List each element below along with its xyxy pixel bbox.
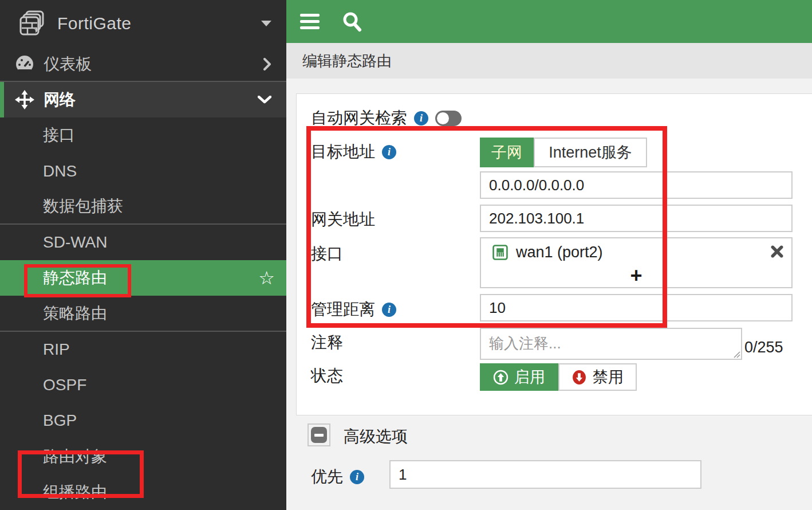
destination-label-row: 目标地址 [311,141,396,163]
favorite-star-icon[interactable] [258,269,275,287]
sidebar-item-policy-routes[interactable]: 策略路由 [0,296,286,331]
status-enable-label: 启用 [514,367,545,387]
status-segmented: 启用 禁用 [480,363,637,391]
menu-icon[interactable] [300,14,320,29]
brand-title: FortiGate [57,14,132,33]
fortigate-logo-icon [19,10,49,37]
sidebar-item-sdwan[interactable]: SD-WAN [0,225,286,260]
sidebar-item-label: OSPF [43,376,86,394]
info-icon[interactable] [350,470,364,484]
page-title-bar: 编辑静态路由 [286,43,812,79]
sidebar-item-static-routes[interactable]: 静态路由 [0,260,286,296]
sidebar-item-route-objects[interactable]: 路由对象 [0,438,286,474]
interface-value: wan1 (port2) [516,244,603,261]
gauge-icon [15,54,34,74]
main-area: 编辑静态路由 自动网关检索 目标地址 子网 Internet服务 网关地址 接口 [286,0,812,510]
gateway-label: 网关地址 [311,209,375,230]
auto-gateway-toggle[interactable] [435,111,462,126]
remove-interface-icon[interactable] [771,245,783,258]
sidebar-item-bgp[interactable]: BGP [0,403,286,438]
sidebar-item-label: 路由对象 [43,446,107,468]
comments-textarea[interactable] [480,328,742,360]
sidebar-item-label: 静态路由 [43,267,107,289]
circle-arrow-up-icon [493,370,509,385]
sidebar-item-ospf[interactable]: OSPF [0,367,286,403]
toggle-knob [437,112,449,124]
sidebar-item-label: 策略路由 [43,303,107,324]
search-icon[interactable] [341,11,363,33]
status-label: 状态 [311,365,343,387]
destination-subnet-input[interactable] [480,171,793,199]
admin-distance-label: 管理距离 [311,299,375,320]
sidebar-item-multicast-routes[interactable]: 组播路由 [0,474,286,510]
status-disable-label: 禁用 [593,367,624,387]
sidebar-item-label: 组播路由 [43,481,107,503]
minus-icon [311,427,327,443]
status-enable-button[interactable]: 启用 [480,363,558,391]
chevron-down-icon [258,96,271,104]
sidebar-item-label: 接口 [43,124,75,146]
interface-label: 接口 [311,243,343,265]
destination-type-segmented: 子网 Internet服务 [480,138,647,167]
sidebar-item-label: 数据包捕获 [43,195,123,217]
sidebar-item-label: 仪表板 [44,53,92,75]
priority-input[interactable] [389,460,701,489]
sidebar-item-network[interactable]: 网络 [0,82,286,117]
advanced-options-collapse-button[interactable] [308,423,330,446]
destination-type-subnet-button[interactable]: 子网 [480,138,534,167]
move-arrows-icon [15,90,34,109]
sidebar-item-label: 网络 [44,89,76,111]
info-icon[interactable] [414,111,428,125]
advanced-options-label: 高级选项 [344,426,408,448]
sidebar-item-rip[interactable]: RIP [0,332,286,367]
interface-select[interactable]: wan1 (port2) [480,237,793,288]
destination-label: 目标地址 [311,141,375,163]
sidebar-item-dashboard[interactable]: 仪表板 [0,47,286,83]
add-interface-button[interactable] [481,264,791,287]
status-disable-button[interactable]: 禁用 [558,363,637,391]
info-icon[interactable] [382,145,396,159]
sidebar-item-dns[interactable]: DNS [0,153,286,189]
chevron-down-icon [261,21,271,26]
admin-distance-label-row: 管理距离 [311,299,396,320]
auto-gateway-row: 自动网关检索 [311,107,462,129]
sidebar-item-packet-capture[interactable]: 数据包捕获 [0,189,286,225]
sidebar-item-interfaces[interactable]: 接口 [0,117,286,153]
page-title: 编辑静态路由 [302,51,392,71]
comments-field [480,328,742,360]
comments-label: 注释 [311,332,343,354]
comments-label-row: 注释 [311,332,343,354]
fortigate-app-window: FortiGate 仪表板 [0,0,812,510]
auto-gateway-label: 自动网关检索 [311,107,407,129]
interface-label-row: 接口 [311,243,343,265]
info-icon[interactable] [382,303,396,317]
top-navbar [286,0,812,43]
brand-selector[interactable]: FortiGate [0,0,286,47]
circle-arrow-down-icon [571,370,587,385]
priority-label-row: 优先 [311,466,364,488]
ethernet-port-icon [492,245,508,260]
sidebar-item-label: DNS [43,162,77,181]
priority-label: 优先 [311,466,343,488]
status-label-row: 状态 [311,365,343,387]
gateway-address-input[interactable] [480,205,793,232]
chevron-right-icon [263,58,271,70]
destination-type-internet-service-button[interactable]: Internet服务 [534,138,647,167]
sidebar-item-label: SD-WAN [43,233,108,252]
comments-char-counter: 0/255 [744,339,783,356]
sidebar-item-label: RIP [43,340,70,359]
gateway-label-row: 网关地址 [311,209,375,230]
interface-selected-entry: wan1 (port2) [481,238,791,261]
admin-distance-input[interactable] [480,294,793,321]
sidebar: FortiGate 仪表板 [0,0,286,510]
sidebar-item-label: BGP [43,411,77,430]
